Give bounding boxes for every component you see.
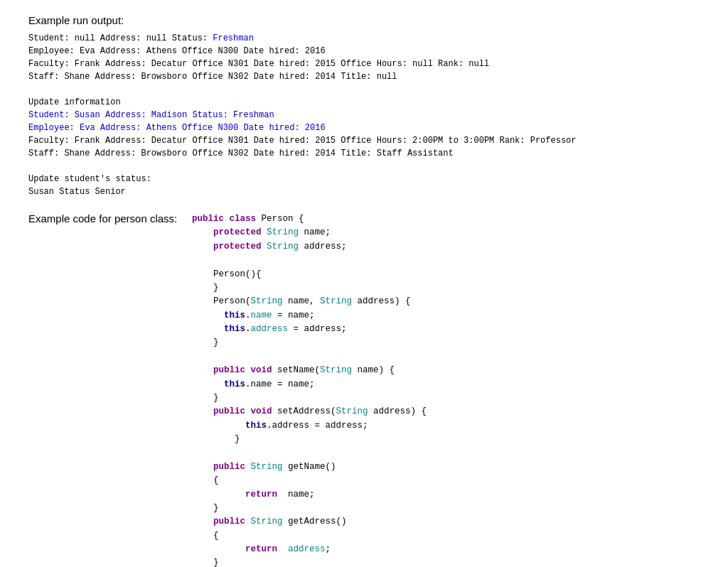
example-run-section: Example run output: Student: null Addres… bbox=[28, 14, 700, 198]
code-block: public class Person { protected String n… bbox=[192, 212, 496, 567]
example-run-title: Example run output: bbox=[28, 14, 700, 26]
example-code-section: Example code for person class: public cl… bbox=[28, 212, 700, 567]
output-line-1: Student: null Address: null Status: Fres… bbox=[28, 33, 577, 197]
output-block: Student: null Address: null Status: Fres… bbox=[28, 32, 700, 198]
page-container: Example run output: Student: null Addres… bbox=[0, 0, 728, 567]
code-label: Example code for person class: bbox=[28, 212, 178, 225]
